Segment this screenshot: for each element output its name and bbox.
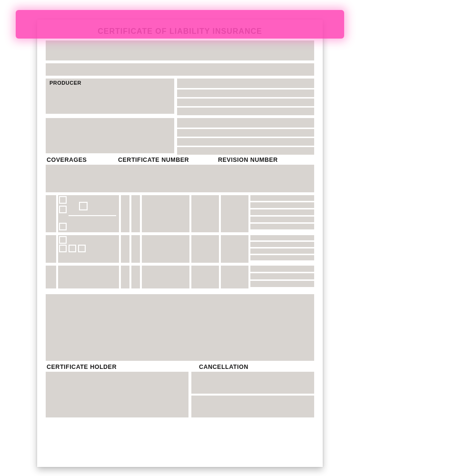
col-insr-ltr <box>46 195 56 232</box>
cancellation-label: CANCELLATION <box>199 364 313 370</box>
col-limits <box>250 195 314 232</box>
limit-line <box>250 195 314 201</box>
producer-row: PRODUCER <box>46 79 314 115</box>
limit-line <box>250 235 314 240</box>
certificate-holder-box <box>46 372 188 417</box>
authorized-rep-box <box>191 396 314 417</box>
holder-cancellation-header: CERTIFICATE HOLDER CANCELLATION <box>46 364 314 370</box>
col-addl-insd <box>121 266 129 288</box>
checkbox-placeholder <box>59 223 67 230</box>
limit-line <box>250 248 314 254</box>
col-policy-exp <box>221 266 248 288</box>
col-type-of-insurance <box>58 266 119 288</box>
col-type-of-insurance <box>58 195 119 232</box>
col-policy-exp <box>221 235 248 263</box>
description-of-operations-box <box>46 294 314 361</box>
policy-row-3 <box>46 266 314 288</box>
limit-line <box>250 281 314 287</box>
limit-line <box>250 217 314 222</box>
contact-line <box>177 99 314 106</box>
policy-row-1 <box>46 195 314 232</box>
col-policy-eff <box>191 235 219 263</box>
col-policy-number <box>142 235 189 263</box>
insured-row <box>46 118 314 155</box>
contact-line <box>177 79 314 88</box>
col-addl-insd <box>121 235 129 263</box>
insurer-line <box>177 147 314 155</box>
contact-line <box>177 89 314 97</box>
col-limits <box>250 266 314 288</box>
insurer-line <box>177 118 314 128</box>
coverages-label: COVERAGES <box>47 157 118 163</box>
col-insr-ltr <box>46 266 56 288</box>
col-policy-eff <box>191 195 219 232</box>
holder-cancellation-row <box>46 372 314 417</box>
insurer-line <box>177 138 314 146</box>
col-limits <box>250 235 314 263</box>
limit-line <box>250 242 314 247</box>
coverages-banner-block <box>46 165 314 192</box>
checkbox-placeholder <box>59 206 67 213</box>
certificate-page: CERTIFICATE OF LIABILITY INSURANCE PRODU… <box>37 20 323 467</box>
certificate-holder-label: CERTIFICATE HOLDER <box>47 364 199 370</box>
col-policy-eff <box>191 266 219 288</box>
limit-line <box>250 209 314 215</box>
insurer-line <box>177 129 314 137</box>
limit-line <box>250 273 314 279</box>
checkbox-placeholder <box>79 202 88 210</box>
insured-box <box>46 118 174 153</box>
insurer-lines <box>177 118 314 155</box>
contact-line <box>177 108 314 115</box>
producer-right-lines <box>177 79 314 115</box>
limit-line <box>250 255 314 260</box>
limit-line <box>250 202 314 208</box>
coverages-header-line: COVERAGES CERTIFICATE NUMBER REVISION NU… <box>46 157 314 163</box>
producer-label: PRODUCER <box>50 80 81 86</box>
revision-number-label: REVISION NUMBER <box>218 157 313 163</box>
col-subr-wvd <box>131 235 140 263</box>
policy-row-2 <box>46 235 314 263</box>
col-subr-wvd <box>131 266 140 288</box>
col-policy-number <box>142 195 189 232</box>
checkbox-placeholder <box>59 196 67 204</box>
divider <box>69 215 116 216</box>
checkbox-placeholder <box>69 245 76 252</box>
header-block-2 <box>46 63 314 76</box>
col-policy-number <box>142 266 189 288</box>
col-subr-wvd <box>131 195 140 232</box>
checkbox-placeholder <box>59 245 67 252</box>
checkbox-placeholder <box>78 245 86 252</box>
col-insr-ltr <box>46 235 56 263</box>
col-addl-insd <box>121 195 129 232</box>
certificate-number-label: CERTIFICATE NUMBER <box>118 157 218 163</box>
limit-line <box>250 224 314 229</box>
cancellation-text-box <box>191 372 314 394</box>
col-type-of-insurance <box>58 235 119 263</box>
header-block-1 <box>46 40 314 60</box>
document-title: CERTIFICATE OF LIABILITY INSURANCE <box>46 20 314 40</box>
checkbox-placeholder <box>59 236 67 244</box>
col-policy-exp <box>221 195 248 232</box>
limit-line <box>250 266 314 272</box>
